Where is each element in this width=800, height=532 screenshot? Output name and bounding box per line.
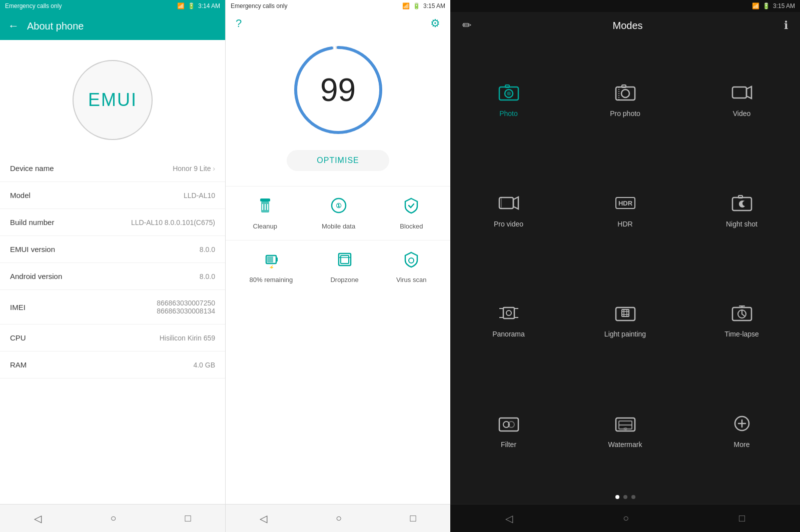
svg-text:HDR: HDR bbox=[618, 200, 632, 207]
video-label: Video bbox=[733, 110, 751, 118]
modes-header: ✏ Modes ℹ bbox=[450, 12, 800, 39]
mobile-data-icon: ① bbox=[330, 196, 348, 218]
dropzone-action[interactable]: Dropzone bbox=[330, 250, 358, 284]
dot-1[interactable] bbox=[615, 495, 619, 499]
back-button[interactable]: ← bbox=[8, 20, 19, 32]
recents-nav-1[interactable]: □ bbox=[185, 512, 191, 524]
mode-filter[interactable]: Filter bbox=[450, 375, 567, 486]
pro-video-label: Pro video bbox=[494, 220, 523, 228]
panorama-label: Panorama bbox=[492, 330, 525, 338]
cleanup-action[interactable]: Cleanup bbox=[253, 196, 277, 230]
mode-video[interactable]: Video bbox=[683, 44, 800, 154]
info-row[interactable]: Device nameHonor 9 Lite › bbox=[0, 155, 225, 182]
back-nav-1[interactable]: ◁ bbox=[34, 512, 42, 524]
emui-circle: EMUI bbox=[73, 60, 153, 140]
nav-bar-3: ◁ ○ □ bbox=[450, 504, 800, 532]
info-label: Build number bbox=[10, 218, 54, 226]
settings-icon[interactable]: ⚙ bbox=[430, 17, 440, 30]
virus-scan-action[interactable]: Virus scan bbox=[396, 250, 426, 284]
recents-nav-2[interactable]: □ bbox=[410, 512, 416, 524]
back-nav-2[interactable]: ◁ bbox=[260, 512, 267, 524]
recents-nav-3[interactable]: □ bbox=[739, 512, 745, 524]
mode-panorama[interactable]: Panorama bbox=[450, 264, 567, 375]
wifi-icon-2: 📶 bbox=[402, 2, 410, 10]
back-nav-3[interactable]: ◁ bbox=[505, 512, 513, 524]
battery-label: 80% remaining bbox=[250, 276, 293, 284]
dot-3[interactable] bbox=[631, 495, 635, 499]
mode-more[interactable]: More bbox=[683, 375, 800, 486]
battery-icon-3: 🔋 bbox=[762, 2, 770, 10]
info-row: Android version8.0.0 bbox=[0, 263, 225, 290]
blocked-icon bbox=[402, 196, 420, 218]
mode-watermark[interactable]: ID Watermark bbox=[567, 375, 683, 486]
info-value: 866863030007250 866863030008134 bbox=[157, 299, 215, 315]
info-label: RAM bbox=[10, 360, 27, 369]
mode-pro-video[interactable]: Pro video bbox=[450, 154, 567, 265]
photo-label: Photo bbox=[499, 110, 518, 118]
info-row: ModelLLD-AL10 bbox=[0, 182, 225, 209]
quick-actions-row2: ⚡ 80% remaining Dropzone Vi bbox=[226, 240, 450, 294]
p2-header: ? ⚙ bbox=[226, 12, 450, 35]
svg-text:⚡: ⚡ bbox=[268, 264, 274, 268]
emergency-text-1: Emergency calls only bbox=[5, 2, 62, 10]
question-icon[interactable]: ? bbox=[236, 17, 242, 30]
battery-icon-1: 🔋 bbox=[188, 2, 195, 10]
mode-hdr[interactable]: HDR HDR bbox=[567, 154, 683, 265]
svg-point-16 bbox=[409, 258, 414, 263]
status-bar-3: 📶 🔋 3:15 AM bbox=[450, 0, 800, 12]
info-icon[interactable]: ℹ bbox=[784, 19, 788, 32]
mode-pro-photo[interactable]: Pro photo bbox=[567, 44, 683, 154]
dropzone-icon bbox=[336, 250, 354, 272]
virus-scan-label: Virus scan bbox=[396, 276, 426, 284]
edit-icon[interactable]: ✏ bbox=[462, 19, 471, 32]
phone-manager-panel: Emergency calls only 📶 🔋 3:15 AM ? ⚙ 99 … bbox=[225, 0, 450, 532]
pro-video-icon bbox=[495, 191, 523, 215]
about-phone-panel: Emergency calls only 📶 🔋 3:14 AM ← About… bbox=[0, 0, 225, 532]
optimise-button[interactable]: OPTIMISE bbox=[287, 150, 389, 171]
svg-rect-20 bbox=[505, 85, 509, 88]
emergency-text-2: Emergency calls only bbox=[231, 2, 287, 10]
time-lapse-label: Time-lapse bbox=[724, 330, 759, 338]
nav-bar-1: ◁ ○ □ bbox=[0, 504, 225, 532]
page-title-1: About phone bbox=[27, 20, 84, 32]
mode-light-painting[interactable]: Light painting bbox=[567, 264, 683, 375]
mode-night-shot[interactable]: Night shot bbox=[683, 154, 800, 265]
video-icon bbox=[728, 80, 756, 104]
info-table: Device nameHonor 9 Lite ›ModelLLD-AL10Bu… bbox=[0, 155, 225, 504]
score-number: 99 bbox=[320, 72, 356, 108]
svg-rect-11 bbox=[267, 256, 273, 262]
photo-icon bbox=[495, 80, 523, 104]
light-painting-label: Light painting bbox=[604, 330, 646, 338]
dot-2[interactable] bbox=[623, 495, 627, 499]
svg-marker-28 bbox=[513, 197, 518, 209]
home-nav-3[interactable]: ○ bbox=[623, 512, 629, 524]
time-1: 3:14 AM bbox=[198, 2, 220, 10]
svg-line-49 bbox=[742, 314, 744, 316]
wifi-icon-3: 📶 bbox=[752, 2, 759, 10]
svg-rect-41 bbox=[622, 310, 629, 316]
home-nav-2[interactable]: ○ bbox=[336, 512, 342, 524]
score-ring: 99 bbox=[288, 40, 388, 140]
panorama-icon bbox=[495, 301, 523, 325]
filter-icon bbox=[495, 412, 523, 436]
time-lapse-icon bbox=[728, 301, 756, 325]
nav-bar-2: ◁ ○ □ bbox=[226, 504, 450, 532]
time-3: 3:15 AM bbox=[773, 2, 795, 10]
status-icons-1: 📶 🔋 3:14 AM bbox=[177, 2, 220, 10]
info-label: Android version bbox=[10, 272, 62, 280]
modes-grid: Photo Pro photo Video bbox=[450, 39, 800, 490]
home-nav-1[interactable]: ○ bbox=[110, 512, 116, 524]
info-value: Honor 9 Lite › bbox=[173, 164, 215, 172]
mobile-data-action[interactable]: ① Mobile data bbox=[322, 196, 355, 230]
wifi-icon: 📶 bbox=[177, 2, 185, 10]
svg-point-35 bbox=[506, 310, 511, 316]
battery-icon-2: 🔋 bbox=[413, 2, 420, 10]
mode-photo[interactable]: Photo bbox=[450, 44, 567, 154]
blocked-action[interactable]: Blocked bbox=[400, 196, 423, 230]
mode-time-lapse[interactable]: Time-lapse bbox=[683, 264, 800, 375]
more-label: More bbox=[734, 440, 750, 448]
battery-action[interactable]: ⚡ 80% remaining bbox=[250, 250, 293, 284]
info-value: 8.0.0 bbox=[200, 272, 215, 280]
filter-label: Filter bbox=[501, 440, 516, 448]
info-row: CPUHisilicon Kirin 659 bbox=[0, 324, 225, 352]
